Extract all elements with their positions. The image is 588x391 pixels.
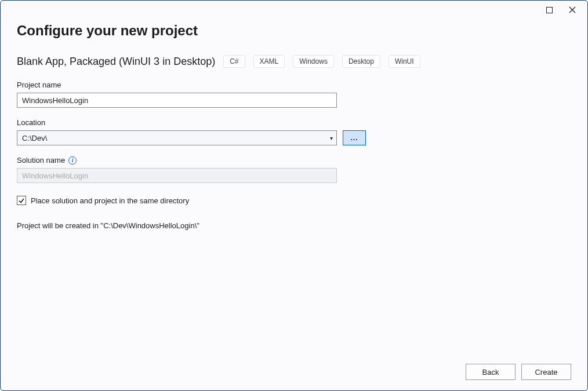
create-button[interactable]: Create [521,364,571,380]
titlebar [1,1,587,19]
template-name: Blank App, Packaged (WinUI 3 in Desktop) [17,56,215,68]
solution-name-group: Solution name i [17,156,571,183]
same-directory-label: Place solution and project in the same d… [31,196,189,205]
tag: C# [223,55,245,68]
tag: Windows [293,55,334,68]
solution-name-label: Solution name i [17,156,571,165]
close-button[interactable] [561,2,584,18]
dialog-window: Configure your new project Blank App, Pa… [0,0,588,391]
chevron-down-icon: ▾ [330,135,333,141]
maximize-button[interactable] [538,2,561,18]
solution-name-input [17,168,337,183]
info-icon[interactable]: i [68,156,77,165]
project-name-group: Project name [17,81,571,108]
same-directory-checkbox[interactable] [17,196,26,205]
project-name-label: Project name [17,81,571,89]
svg-rect-0 [546,7,552,13]
location-value: C:\Dev\ [22,134,47,142]
footer: Back Create [1,364,587,390]
maximize-icon [546,7,553,13]
same-directory-row: Place solution and project in the same d… [17,196,571,205]
page-title: Configure your new project [17,23,571,39]
template-row: Blank App, Packaged (WinUI 3 in Desktop)… [17,55,571,68]
location-combobox[interactable]: C:\Dev\ ▾ [17,130,337,145]
close-icon [569,6,576,13]
project-name-input[interactable] [17,93,337,108]
tag: Desktop [342,55,380,68]
tag: WinUI [389,55,420,68]
tag: XAML [253,55,285,68]
location-group: Location C:\Dev\ ▾ ... [17,118,571,145]
browse-button[interactable]: ... [343,130,366,145]
creation-path-summary: Project will be created in "C:\Dev\Windo… [17,221,571,230]
check-icon [18,197,25,204]
location-label: Location [17,118,571,127]
back-button[interactable]: Back [466,364,516,380]
content-area: Configure your new project Blank App, Pa… [1,19,587,364]
solution-name-label-text: Solution name [17,156,65,165]
